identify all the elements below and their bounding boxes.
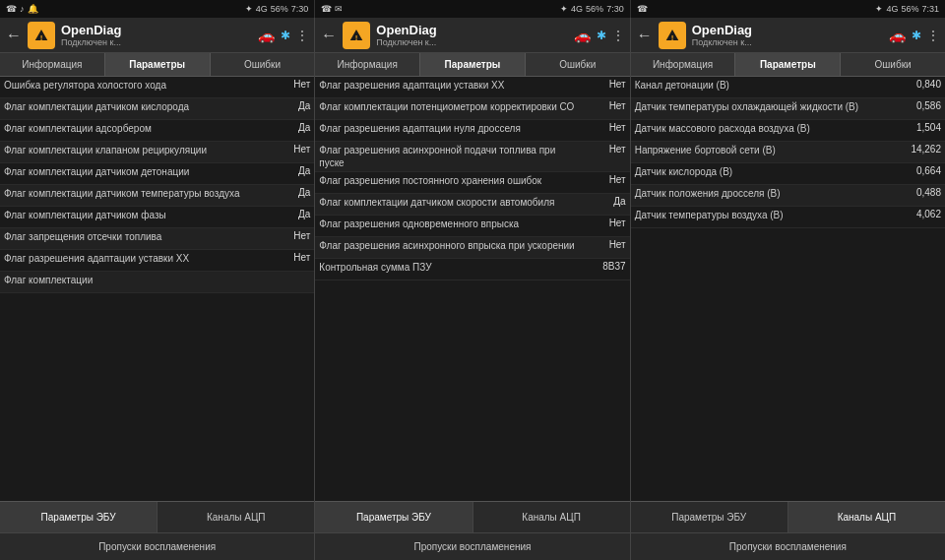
svg-text:!: ! [40,33,43,42]
time: 7:30 [606,4,624,14]
row-value [265,272,314,292]
bottom-tab-acp-1[interactable]: Каналы АЦП [158,502,314,532]
panel-1-table: Ошибка регулятора холостого ходаНетФлаг … [0,77,314,293]
table-row: Флаг комплектации датчиком температуры в… [0,185,314,207]
tab-info-3[interactable]: Информация [631,53,736,76]
app-subtitle-3: Подключен к... [692,37,883,47]
row-value: Нет [581,120,630,141]
table-row: Флаг комплектации датчиком скорости авто… [315,194,629,216]
panel-2-tabs: Информация Параметры Ошибки [315,53,629,77]
network-type: 4G [886,4,898,14]
bt-status: ✦ [875,4,883,14]
panel-2-bottom-tabs: Параметры ЭБУ Каналы АЦП [315,501,629,532]
row-value: Да [581,194,630,215]
car-icon-3: 🚗 [889,28,906,43]
bottom-tab-ecu-2[interactable]: Параметры ЭБУ [315,502,472,532]
bluetooth-icon: ✱ [281,29,290,42]
row-label: Флаг разрешения асинхронного впрыска при… [315,237,580,258]
row-label: Флаг комплектации датчиком скорости авто… [315,194,580,215]
tab-info-1[interactable]: Информация [0,53,105,76]
menu-icon-2[interactable]: ⋮ [612,29,624,42]
battery-level: 56% [586,4,603,14]
car-icon-2: 🚗 [574,28,591,43]
table-row: Флаг запрещения отсечки топливаНет [0,228,314,250]
row-label: Флаг разрешения адаптации нуля дросселя [315,120,580,141]
row-value: Нет [581,216,630,236]
bottom-tab-ecu-3[interactable]: Параметры ЭБУ [631,502,788,532]
time: 7:30 [291,4,309,14]
back-button-3[interactable]: ← [637,27,653,44]
row-value: 0,488 [896,185,945,206]
row-value: Нет [581,172,630,193]
panels-container: ← ! OpenDiag Подключен к... 🚗 ✱ ⋮ Информ… [0,18,945,560]
back-button[interactable]: ← [6,27,22,44]
panel-3-content: Канал детонации (В)0,840Датчик температу… [631,77,945,501]
bottom-tab-acp-3[interactable]: Каналы АЦП [788,502,945,532]
msg-icon: ✉ [335,4,343,14]
car-icon: 🚗 [258,28,275,43]
status-bars: ☎ ♪ 🔔 ✦ 4G 56% 7:30 ☎ ✉ ✦ 4G 56% 7:30 ☎ … [0,0,945,18]
back-button-2[interactable]: ← [321,27,337,44]
row-label: Флаг комплектации датчиком детонации [0,163,265,184]
app-icon-3: ! [659,22,686,49]
table-row: Датчик температуры охлаждающей жидкости … [631,98,945,120]
row-label: Напряжение бортовой сети (В) [631,142,896,162]
bt-status: ✦ [245,4,253,14]
row-label: Флаг комплектации потенциометром коррект… [315,98,580,119]
row-value: Нет [265,228,314,249]
panel-3-bottom-tabs: Параметры ЭБУ Каналы АЦП [631,501,945,532]
app-subtitle-2: Подключен к... [376,37,567,47]
svg-text:!: ! [670,33,673,42]
table-row: Флаг комплектации датчиком фазыДа [0,207,314,228]
tab-errors-2[interactable]: Ошибки [526,53,630,76]
table-row: Датчик массового расхода воздуха (В)1,50… [631,120,945,142]
table-row: Канал детонации (В)0,840 [631,77,945,98]
app-title: OpenDiag [61,23,252,37]
row-value: Да [265,163,314,184]
panel-1-header: ← ! OpenDiag Подключен к... 🚗 ✱ ⋮ [0,18,314,53]
tab-params-2[interactable]: Параметры [420,53,526,76]
row-value: Нет [581,77,630,97]
battery-level: 56% [901,4,918,14]
tab-errors-1[interactable]: Ошибки [211,53,315,76]
panel-2: ← ! OpenDiag Подключен к... 🚗 ✱ ⋮ Информ… [315,18,630,560]
row-label: Флаг разрешения асинхронной подачи топли… [315,142,580,171]
row-label: Флаг комплектации датчиком фазы [0,207,265,227]
tab-params-3[interactable]: Параметры [735,53,841,76]
app-icon-2: ! [343,22,370,49]
misfire-1[interactable]: Пропуски воспламенения [0,533,314,560]
panel-3-tabs: Информация Параметры Ошибки [631,53,945,77]
table-row: Флаг разрешения адаптации нуля дросселяН… [315,120,629,142]
misfire-3[interactable]: Пропуски воспламенения [631,533,945,560]
table-row: Флаг комплектации датчиком кислородаДа [0,98,314,120]
bottom-tab-ecu-1[interactable]: Параметры ЭБУ [0,502,158,532]
status-bar-2: ☎ ✉ ✦ 4G 56% 7:30 [315,0,630,18]
menu-icon-3[interactable]: ⋮ [927,29,939,42]
app-icon: ! [28,22,55,49]
row-label: Флаг комплектации [0,272,265,292]
menu-icon[interactable]: ⋮ [296,29,308,42]
row-value: 4,062 [896,207,945,227]
table-row: Флаг разрешения адаптации уставки ХХНет [0,250,314,272]
status-bar-3: ☎ ✦ 4G 56% 7:31 [631,0,945,18]
row-label: Флаг комплектации датчиком температуры в… [0,185,265,206]
row-label: Датчик массового расхода воздуха (В) [631,120,896,141]
row-label: Контрольная сумма ПЗУ [315,259,580,280]
app-title-3: OpenDiag [692,23,883,37]
bottom-tab-acp-2[interactable]: Каналы АЦП [473,502,630,532]
tab-errors-3[interactable]: Ошибки [841,53,945,76]
table-row: Контрольная сумма ПЗУ8В37 [315,259,629,280]
status-bar-1: ☎ ♪ 🔔 ✦ 4G 56% 7:30 [0,0,315,18]
row-value: Да [265,98,314,119]
row-label: Флаг разрешения адаптации уставки ХХ [0,250,265,271]
battery-level: 56% [271,4,288,14]
row-value: 8В37 [581,259,630,280]
row-value: 0,664 [896,163,945,184]
tab-info-2[interactable]: Информация [315,53,420,76]
music-icon: ♪ [20,4,25,14]
misfire-2[interactable]: Пропуски воспламенения [315,533,629,560]
row-label: Ошибка регулятора холостого хода [0,77,265,97]
table-row: Флаг комплектации адсорберомДа [0,120,314,142]
bt-status: ✦ [560,4,568,14]
tab-params-1[interactable]: Параметры [105,53,211,76]
